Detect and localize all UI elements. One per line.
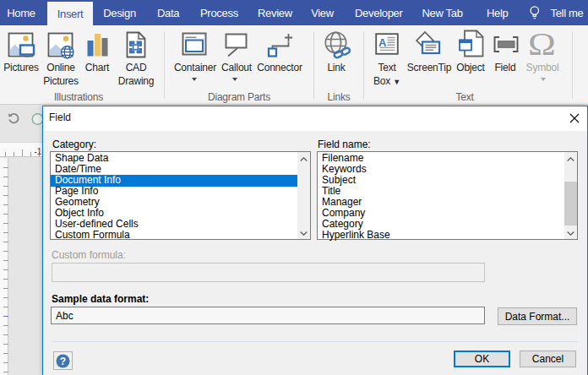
svg-text:Ω: Ω [530, 32, 555, 56]
svg-text:A: A [378, 36, 387, 49]
svg-text:?: ? [60, 355, 66, 367]
